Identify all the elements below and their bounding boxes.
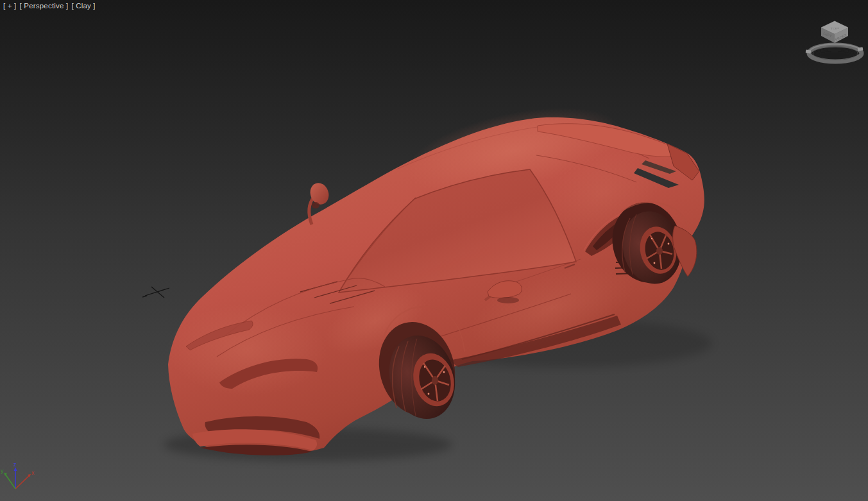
axis-tripod: z x y	[1, 461, 35, 489]
front-bumper	[192, 416, 319, 455]
viewport-menu-pov[interactable]: [ Perspective ]	[20, 2, 69, 10]
car-model[interactable]	[167, 92, 704, 455]
viewport-canvas[interactable]: TOP LEFT FRONT z x y [ + ] [ Perspective…	[0, 0, 868, 501]
viewport-menu-general[interactable]: [ + ]	[3, 2, 17, 10]
axis-y-label: y	[1, 468, 4, 474]
axis-z-label: z	[13, 461, 17, 468]
axis-x-label: x	[31, 470, 35, 476]
axis-y	[5, 474, 15, 489]
view-cube[interactable]: TOP LEFT FRONT	[806, 21, 864, 62]
helper-object-x[interactable]	[142, 287, 169, 298]
viewport-menu-shading[interactable]: [ Clay ]	[71, 2, 95, 10]
axis-x	[15, 475, 30, 489]
scene: TOP LEFT FRONT z x y	[0, 0, 868, 501]
viewport-label: [ + ] [ Perspective ] [ Clay ]	[3, 2, 96, 10]
viewcube-top-label: TOP	[830, 27, 839, 30]
